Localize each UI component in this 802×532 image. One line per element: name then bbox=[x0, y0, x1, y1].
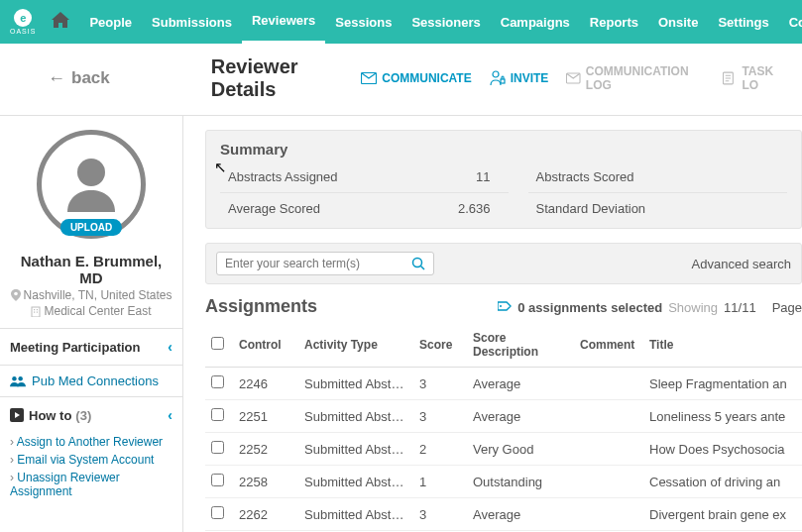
assignments-title: Assignments bbox=[205, 296, 317, 317]
logo-icon: e bbox=[14, 9, 32, 27]
table-row[interactable]: 2252Submitted Abstrac...2Very GoodHow Do… bbox=[205, 433, 802, 466]
howto-count: (3) bbox=[75, 408, 91, 423]
search-box bbox=[216, 252, 434, 275]
arrow-left-icon: ← bbox=[48, 68, 65, 89]
cell-control: 2262 bbox=[233, 498, 298, 531]
cell-activity: Submitted Abstrac... bbox=[298, 466, 413, 498]
nav-item-sessioners[interactable]: Sessioners bbox=[401, 0, 490, 44]
assignments-header: Assignments 0 assignments selected Showi… bbox=[205, 296, 802, 317]
home-icon[interactable] bbox=[52, 12, 69, 32]
header-row: ← back Reviewer Details COMMUNICATE INVI… bbox=[0, 44, 802, 115]
back-button[interactable]: ← back bbox=[48, 68, 110, 89]
search-input[interactable] bbox=[225, 257, 411, 270]
summary-card: Summary Abstracts Assigned11Average Scor… bbox=[205, 130, 802, 229]
people-icon bbox=[10, 374, 26, 388]
nav-item-onsite[interactable]: Onsite bbox=[648, 0, 708, 44]
svg-point-17 bbox=[500, 305, 502, 307]
table-header[interactable]: Title bbox=[643, 323, 802, 368]
left-column: UPLOAD Nathan E. Brummel, MD Nashville, … bbox=[0, 116, 183, 532]
back-label: back bbox=[71, 68, 110, 88]
howto-item[interactable]: Assign to Another Reviewer bbox=[6, 433, 176, 451]
table-header[interactable]: Activity Type bbox=[298, 323, 413, 368]
summary-right: Abstracts ScoredStandard Deviation bbox=[509, 161, 787, 224]
advanced-search-link[interactable]: Advanced search bbox=[692, 257, 791, 271]
page-label: Page bbox=[772, 300, 802, 315]
summary-left: Abstracts Assigned11Average Scored2.636 bbox=[220, 161, 509, 224]
row-checkbox[interactable] bbox=[211, 506, 224, 519]
cell-comment bbox=[574, 368, 643, 400]
table-header[interactable]: Control bbox=[233, 323, 298, 368]
person-icon bbox=[57, 151, 125, 218]
nav-item-reports[interactable]: Reports bbox=[580, 0, 648, 44]
nav-item-settings[interactable]: Settings bbox=[708, 0, 778, 44]
table-row[interactable]: 2258Submitted Abstrac...1OutstandingCess… bbox=[205, 466, 802, 498]
row-checkbox[interactable] bbox=[211, 474, 224, 486]
reviewer-location: Nashville, TN, United States bbox=[8, 288, 174, 302]
cell-score-desc: Very Good bbox=[467, 433, 574, 466]
play-icon bbox=[10, 408, 24, 422]
nav-item-people[interactable]: People bbox=[79, 0, 142, 44]
table-row[interactable]: 2251Submitted Abstrac...3AverageLoneline… bbox=[205, 400, 802, 433]
row-checkbox[interactable] bbox=[211, 441, 224, 454]
cell-score-desc: Average bbox=[467, 498, 574, 531]
pin-icon bbox=[11, 289, 21, 301]
howto-item[interactable]: Email via System Account bbox=[6, 451, 176, 469]
svg-rect-7 bbox=[32, 307, 40, 317]
cell-score: 3 bbox=[413, 400, 467, 433]
table-row[interactable]: 2246Submitted Abstrac...3AverageSleep Fr… bbox=[205, 368, 802, 400]
svg-rect-9 bbox=[37, 309, 38, 310]
table-row[interactable]: 2262Submitted Abstrac...3AverageDivergen… bbox=[205, 498, 802, 531]
cell-comment bbox=[574, 466, 643, 498]
howto-item[interactable]: Unassign Reviewer Assignment bbox=[6, 469, 176, 500]
howto-header[interactable]: How to (3) ‹ bbox=[0, 397, 182, 433]
task-log-button[interactable]: TASK LO bbox=[723, 64, 788, 92]
table-header-row: ControlActivity TypeScoreScore Descripti… bbox=[205, 323, 802, 368]
table-header[interactable]: Comment bbox=[574, 323, 643, 368]
upload-button[interactable]: UPLOAD bbox=[60, 219, 122, 236]
meeting-participation-header[interactable]: Meeting Participation ‹ bbox=[0, 329, 182, 365]
logo[interactable]: e OASIS bbox=[10, 9, 36, 35]
mail-icon bbox=[361, 70, 377, 86]
select-all-checkbox[interactable] bbox=[211, 337, 224, 350]
tag-icon[interactable] bbox=[498, 300, 512, 315]
summary-row: Standard Deviation bbox=[528, 193, 787, 224]
nav-item-campaigns[interactable]: Campaigns bbox=[491, 0, 580, 44]
avatar-block: UPLOAD Nathan E. Brummel, MD Nashville, … bbox=[0, 116, 182, 328]
svg-point-1 bbox=[493, 71, 499, 77]
table-header[interactable]: Score bbox=[413, 323, 467, 368]
chevron-left-icon: ‹ bbox=[168, 407, 172, 423]
reviewer-name: Nathan E. Brummel, MD bbox=[8, 253, 174, 286]
invite-button[interactable]: INVITE bbox=[490, 64, 549, 92]
pubmed-link[interactable]: Pub Med Connections bbox=[0, 366, 182, 396]
svg-rect-2 bbox=[501, 79, 505, 83]
summary-row: Abstracts Assigned11 bbox=[220, 161, 509, 193]
cell-activity: Submitted Abstrac... bbox=[298, 433, 413, 466]
svg-point-15 bbox=[413, 259, 422, 267]
mail-log-icon bbox=[566, 70, 580, 86]
nav-item-configuration[interactable]: Configuration bbox=[779, 0, 802, 44]
nav-item-sessions[interactable]: Sessions bbox=[325, 0, 401, 44]
assignments-table: ControlActivity TypeScoreScore Descripti… bbox=[205, 323, 802, 532]
cell-comment bbox=[574, 400, 643, 433]
svg-line-16 bbox=[421, 266, 425, 270]
summary-title: Summary bbox=[220, 141, 787, 158]
svg-point-13 bbox=[18, 376, 22, 380]
chevron-left-icon: ‹ bbox=[168, 339, 172, 355]
svg-point-5 bbox=[77, 159, 105, 186]
page-title: Reviewer Details bbox=[211, 55, 362, 101]
table-header[interactable]: Score Description bbox=[467, 323, 574, 368]
row-checkbox[interactable] bbox=[211, 375, 224, 388]
sidebar-pubmed: Pub Med Connections bbox=[0, 365, 182, 396]
communicate-button[interactable]: COMMUNICATE bbox=[361, 64, 471, 92]
svg-rect-8 bbox=[34, 309, 35, 310]
row-checkbox[interactable] bbox=[211, 408, 224, 421]
search-icon[interactable] bbox=[411, 257, 425, 270]
logo-text: OASIS bbox=[10, 28, 36, 35]
cell-score-desc: Average bbox=[467, 368, 574, 400]
nav-item-submissions[interactable]: Submissions bbox=[142, 0, 242, 44]
communication-log-button[interactable]: COMMUNICATION LOG bbox=[566, 64, 705, 92]
cell-control: 2246 bbox=[233, 368, 298, 400]
nav-item-reviewers[interactable]: Reviewers bbox=[242, 0, 325, 44]
cell-title: How Does Psychosocia bbox=[643, 433, 802, 466]
avatar[interactable]: UPLOAD bbox=[37, 130, 146, 239]
